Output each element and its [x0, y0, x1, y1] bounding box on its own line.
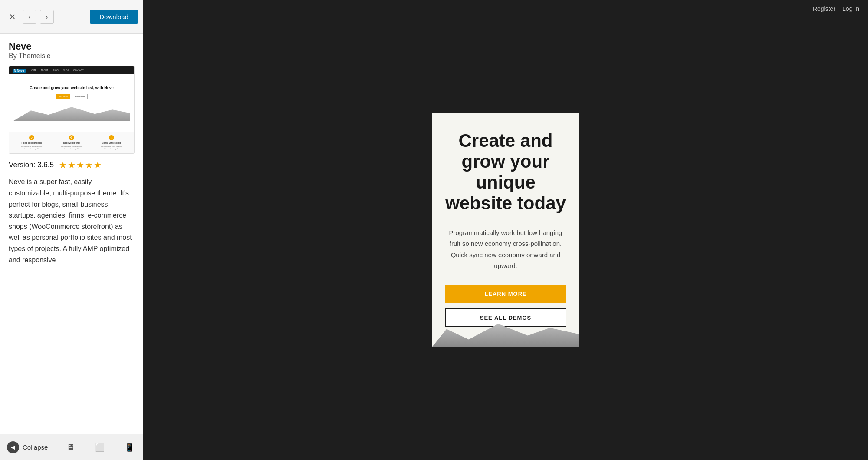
preview-title: Create and grow your unique website toda…	[445, 130, 566, 214]
preview-card: Create and grow your unique website toda…	[432, 113, 579, 347]
theme-preview-image: N Neve HOME ABOUT BLOG SHOP CONTACT Crea…	[9, 66, 134, 153]
collapse-arrow-icon: ◀	[7, 441, 19, 453]
mini-hero-text: Create and grow your website fast, with …	[30, 86, 114, 91]
close-button[interactable]: ✕	[5, 10, 19, 24]
sidebar-toolbar: ✕ ‹ › Download	[0, 0, 143, 34]
see-all-demos-button[interactable]: SEE ALL DEMOS	[445, 308, 566, 327]
chevron-right-icon: ›	[46, 13, 48, 21]
theme-name: Neve	[9, 41, 135, 52]
chevron-left-icon: ‹	[28, 13, 30, 21]
collapse-label: Collapse	[23, 443, 48, 451]
preview-description: Programmatically work but low hanging fr…	[445, 227, 566, 271]
tablet-icon: ⬜	[95, 443, 105, 452]
download-button[interactable]: Download	[90, 10, 138, 24]
collapse-button[interactable]: ◀ Collapse	[7, 441, 48, 453]
mini-features: ✓ Fixed price projects Lorem ipsum dolor…	[9, 132, 134, 153]
mobile-view-button[interactable]: 📱	[122, 440, 136, 454]
top-nav: Register Log In	[804, 0, 868, 17]
theme-version: Version: 3.6.5	[9, 161, 54, 169]
login-link[interactable]: Log In	[842, 5, 859, 12]
sidebar-content: Neve By Themeisle N Neve HOME ABOUT BLOG…	[0, 34, 143, 434]
main-preview: Create and grow your unique website toda…	[143, 0, 868, 460]
mobile-icon: 📱	[125, 443, 134, 452]
sidebar: ✕ ‹ › Download Neve By Themeisle N Neve …	[0, 0, 143, 460]
mini-feature-1: ✓ Fixed price projects Lorem ipsum dolor…	[19, 135, 45, 150]
star-1: ★	[59, 160, 67, 170]
mini-start-button: Start Now	[56, 94, 70, 99]
prev-button[interactable]: ‹	[23, 10, 36, 24]
star-2: ★	[68, 160, 76, 170]
theme-preview: N Neve HOME ABOUT BLOG SHOP CONTACT Crea…	[9, 66, 135, 154]
learn-more-button[interactable]: LEARN MORE	[445, 285, 566, 303]
mini-feature-3: ⚡ 100% Satisfaction Lorem ipsum dolor si…	[99, 135, 125, 150]
theme-description: Neve is a super fast, easily customizabl…	[9, 176, 135, 265]
theme-meta: Version: 3.6.5 ★ ★ ★ ★ ★	[9, 160, 135, 170]
close-icon: ✕	[9, 12, 16, 22]
mini-download-button: Download	[72, 94, 88, 99]
star-3: ★	[76, 160, 84, 170]
register-link[interactable]: Register	[813, 5, 835, 12]
tablet-view-button[interactable]: ⬜	[93, 440, 107, 454]
mini-feature-2: ⏱ Receive on time Lorem ipsum dolor sit …	[59, 135, 85, 150]
sidebar-bottombar: ◀ Collapse 🖥 ⬜ 📱	[0, 434, 143, 460]
mini-hero-buttons: Start Now Download	[56, 94, 88, 99]
mini-mountain	[13, 103, 130, 121]
mini-logo: N Neve	[13, 69, 26, 73]
desktop-view-button[interactable]: 🖥	[63, 440, 77, 454]
theme-author: By Themeisle	[9, 52, 135, 60]
mini-hero: Create and grow your website fast, with …	[9, 74, 134, 132]
star-5: ★	[94, 160, 102, 170]
mini-nav: N Neve HOME ABOUT BLOG SHOP CONTACT	[9, 66, 134, 74]
star-4: ★	[85, 160, 93, 170]
theme-rating: ★ ★ ★ ★ ★	[59, 160, 102, 170]
desktop-icon: 🖥	[66, 443, 74, 452]
next-button[interactable]: ›	[40, 10, 54, 24]
